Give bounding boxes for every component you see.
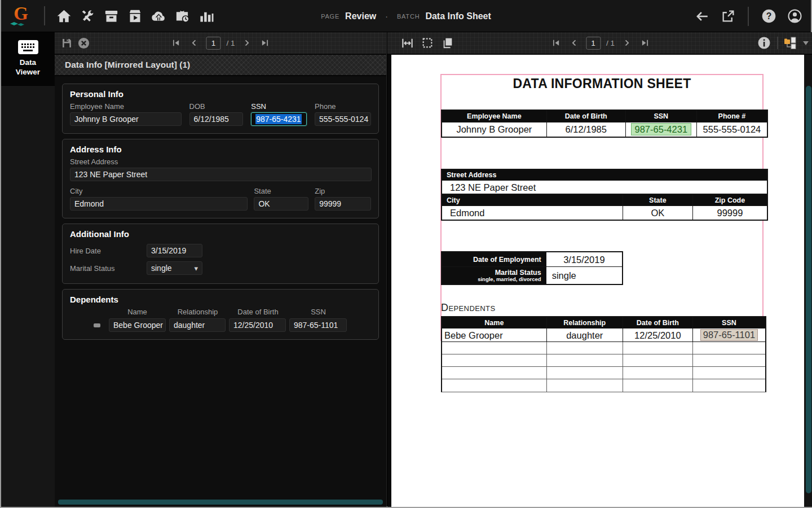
stats-chart-icon[interactable]: [195, 3, 217, 28]
info-icon[interactable]: [756, 30, 772, 55]
dependent-ssn-input[interactable]: 987-65-1101: [289, 318, 347, 332]
doc-header-cell: Employee Name: [442, 111, 547, 122]
doc-value-cell: 555-555-0124: [697, 122, 767, 137]
horizontal-scrollbar-thumb[interactable]: [58, 500, 383, 505]
grooper-logo[interactable]: G: [8, 2, 34, 29]
grooper-window: G: [0, 0, 812, 508]
next-page-icon[interactable]: [620, 37, 633, 49]
page-value: Review: [345, 11, 376, 21]
doc-header-cell: Relationship: [547, 317, 623, 329]
zip-input[interactable]: 99999: [315, 197, 371, 211]
ssn-input[interactable]: 987-65-4231: [251, 112, 307, 126]
chevron-down-icon[interactable]: [803, 41, 809, 45]
design-tools-icon[interactable]: [77, 3, 98, 28]
batch-label: BATCH: [397, 13, 420, 20]
state-input[interactable]: OK: [254, 197, 308, 211]
topbar-divider-right: [748, 7, 749, 26]
doc-employee-table: Employee Name Date of Birth SSN Phone # …: [441, 110, 768, 138]
fit-width-icon[interactable]: [400, 30, 414, 55]
doc-header-cell: Date of Employment: [442, 252, 546, 267]
doc-city-table: City State Zip Code Edmond OK 99999: [441, 194, 768, 221]
page-number-input[interactable]: 1: [206, 37, 220, 50]
dep-col-dob: Date of Birth: [230, 308, 286, 316]
sidebar-item-data-viewer[interactable]: Data Viewer: [1, 32, 55, 86]
vertical-scrollbar-thumb[interactable]: [806, 86, 811, 493]
breadcrumb: PAGE Review · BATCH Data Info Sheet: [321, 0, 491, 32]
help-icon[interactable]: ?: [758, 4, 779, 29]
back-arrow-icon[interactable]: [691, 4, 713, 29]
jobs-briefcase-icon[interactable]: [171, 3, 193, 28]
street-address-input[interactable]: 123 NE Paper Street: [70, 168, 372, 181]
document-title: DATA INFORMATION SHEET: [440, 76, 764, 91]
first-page-icon[interactable]: [170, 37, 182, 49]
first-page-icon[interactable]: [550, 37, 562, 49]
open-external-icon[interactable]: [717, 4, 739, 29]
batch-tree-icon[interactable]: [783, 30, 798, 55]
data-entry-form: Personal Info Employee Name Johnny B Gro…: [55, 77, 386, 498]
section-title: Personal Info: [70, 89, 371, 99]
doc-value-cell: daughter: [547, 329, 623, 342]
batches-play-icon[interactable]: [124, 3, 145, 28]
doc-value-cell: 6/12/1985: [547, 122, 626, 137]
employee-name-input[interactable]: Johnny B Grooper: [70, 112, 182, 126]
street-address-label: Street Address: [70, 157, 372, 166]
dob-input[interactable]: 6/12/1985: [189, 112, 244, 126]
doc-header-subtext: single, married, divorced: [442, 277, 541, 282]
hire-date-input[interactable]: 3/15/2019: [147, 244, 202, 257]
upload-cloud-icon[interactable]: [148, 3, 169, 28]
doc-value-cell: single: [546, 267, 622, 284]
doc-header-cell: Name: [442, 317, 547, 329]
logo-letter: G: [14, 3, 28, 24]
doc-value-cell: Johnny B Grooper: [442, 122, 547, 137]
dependents-section: Dependents Name Relationship Date of Bir…: [62, 289, 379, 340]
prev-page-icon[interactable]: [568, 37, 580, 49]
doc-value-cell: Edmond: [442, 206, 623, 220]
vertical-scrollbar: [804, 55, 812, 507]
personal-info-section: Personal Info Employee Name Johnny B Gro…: [62, 84, 379, 134]
user-account-icon[interactable]: [784, 4, 805, 29]
doc-header-cell: SSN: [693, 317, 765, 329]
dependent-ssn-field-highlight[interactable]: 987-65-1101: [700, 329, 758, 341]
doc-header-cell: State: [623, 195, 693, 206]
copy-pages-icon[interactable]: [440, 30, 455, 55]
archive-box-icon[interactable]: [100, 3, 122, 28]
city-label: City: [70, 187, 248, 195]
top-bar: G: [1, 0, 811, 32]
page-number-input[interactable]: 1: [586, 37, 601, 50]
ssn-field-highlight[interactable]: 987-65-4231: [631, 123, 692, 135]
dep-col-name: Name: [109, 308, 166, 316]
row-selector-icon[interactable]: [94, 323, 100, 327]
phone-input[interactable]: 555-555-0124: [315, 112, 371, 126]
marital-status-select[interactable]: single: [147, 261, 202, 275]
section-title: Address Info: [70, 144, 371, 154]
page-label: PAGE: [321, 13, 339, 20]
next-page-icon[interactable]: [241, 37, 253, 49]
toolbar-divider: [777, 37, 778, 49]
cancel-icon[interactable]: [75, 30, 92, 55]
prev-page-icon[interactable]: [188, 37, 200, 49]
doc-dependents-table: Name Relationship Date of Birth SSN Bebe…: [441, 316, 766, 392]
zip-label: Zip: [315, 187, 371, 195]
hire-date-label: Hire Date: [70, 247, 147, 255]
sidebar-item-label: Data Viewer: [10, 58, 46, 77]
dependent-name-input[interactable]: Bebe Grooper: [109, 318, 166, 332]
doc-employment-table: Date of Employment 3/15/2019 Marital Sta…: [441, 251, 623, 285]
doc-header-cell: City: [442, 195, 623, 206]
doc-value-cell: 123 NE Paper Street: [442, 181, 767, 195]
dependent-dob-input[interactable]: 12/25/2010: [229, 318, 286, 332]
city-input[interactable]: Edmond: [70, 197, 248, 211]
last-page-icon[interactable]: [259, 37, 271, 49]
address-info-section: Address Info Street Address 123 NE Paper…: [62, 139, 379, 218]
doc-header-cell: Date of Birth: [547, 111, 626, 122]
page-count-label: / 1: [606, 39, 615, 47]
data-viewer-pager: 1 / 1: [170, 32, 271, 54]
phone-label: Phone: [315, 102, 371, 111]
doc-header-cell: Street Address: [442, 170, 767, 181]
save-icon[interactable]: [58, 30, 75, 55]
section-title: Dependents: [70, 295, 371, 304]
last-page-icon[interactable]: [638, 37, 651, 49]
dependent-relationship-input[interactable]: daughter: [169, 318, 226, 332]
doc-header-cell: Phone #: [697, 111, 767, 122]
region-select-icon[interactable]: [420, 30, 435, 55]
home-icon[interactable]: [53, 3, 74, 28]
